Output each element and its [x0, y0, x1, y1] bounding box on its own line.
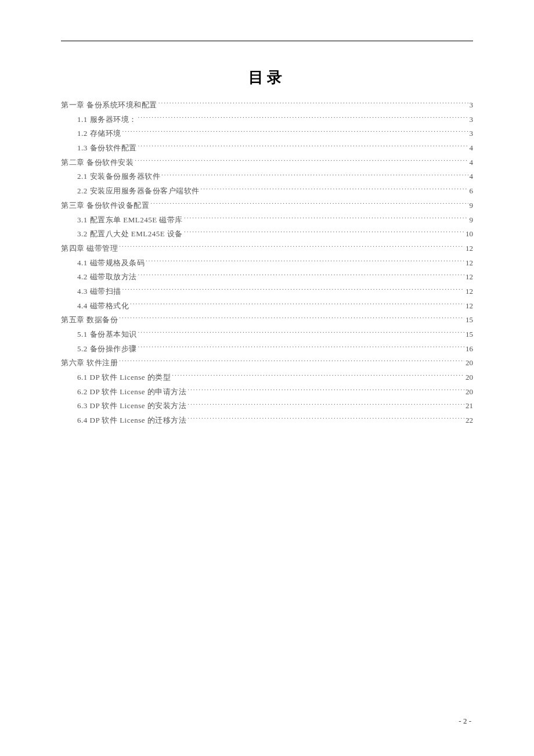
toc-leader-dots [146, 258, 464, 265]
toc-entry-label: 6.2 DP 软件 License 的申请方法 [77, 385, 186, 399]
toc-entry-page: 12 [466, 256, 473, 271]
toc-entry[interactable]: 6.4 DP 软件 License 的迁移方法22 [61, 413, 473, 428]
toc-entry-label: 第一章 备份系统环境和配置 [61, 98, 157, 113]
toc-entry-page: 10 [466, 227, 473, 242]
toc-entry[interactable]: 6.2 DP 软件 License 的申请方法20 [61, 385, 473, 399]
page-number: - 2 - [459, 717, 471, 726]
toc-entry-label: 4.4 磁带格式化 [77, 299, 129, 314]
toc-entry-page: 4 [470, 141, 474, 156]
toc-entry-page: 4 [470, 156, 474, 170]
document-page: 目录 第一章 备份系统环境和配置31.1 服务器环境：31.2 存储环境31.3… [0, 0, 534, 756]
toc-leader-dots [135, 157, 468, 165]
toc-entry[interactable]: 3.1 配置东单 EML245E 磁带库9 [61, 213, 473, 228]
toc-entry-page: 12 [466, 270, 473, 285]
toc-entry[interactable]: 5.2 备份操作步骤16 [61, 342, 473, 357]
toc-entry[interactable]: 第五章 数据备份15 [61, 313, 473, 327]
toc-leader-dots [138, 329, 465, 337]
toc-entry-page: 12 [466, 299, 473, 314]
toc-entry[interactable]: 第三章 备份软件设备配置9 [61, 199, 473, 213]
toc-entry-page: 3 [470, 98, 474, 113]
toc-leader-dots [122, 286, 465, 294]
toc-leader-dots [119, 243, 464, 251]
toc-entry-page: 12 [466, 242, 473, 256]
toc-entry-page: 9 [470, 199, 474, 213]
toc-entry-label: 4.1 磁带规格及条码 [77, 256, 145, 271]
toc-entry-page: 12 [466, 285, 473, 299]
toc-entry[interactable]: 6.1 DP 软件 License 的类型20 [61, 370, 473, 385]
toc-entry-label: 2.2 安装应用服务器备份客户端软件 [77, 184, 200, 199]
toc-leader-dots [187, 387, 464, 394]
toc-leader-dots [158, 100, 468, 107]
toc-entry[interactable]: 5.1 备份基本知识15 [61, 327, 473, 342]
toc-entry[interactable]: 4.3 磁带扫描12 [61, 285, 473, 299]
toc-entry-label: 6.1 DP 软件 License 的类型 [77, 370, 171, 385]
toc-entry[interactable]: 4.1 磁带规格及条码12 [61, 256, 473, 271]
toc-entry[interactable]: 2.2 安装应用服务器备份客户端软件6 [61, 184, 473, 199]
toc-entry[interactable]: 1.3 备份软件配置4 [61, 141, 473, 156]
toc-leader-dots [122, 128, 468, 136]
toc-entry[interactable]: 第四章 磁带管理12 [61, 242, 473, 256]
toc-entry-page: 15 [466, 327, 473, 342]
toc-entry[interactable]: 6.3 DP 软件 License 的安装方法21 [61, 399, 473, 413]
toc-entry-page: 6 [470, 184, 474, 199]
toc-entry-page: 15 [466, 313, 473, 327]
toc-leader-dots [138, 272, 465, 279]
toc-leader-dots [150, 200, 468, 208]
toc-entry[interactable]: 4.2 磁带取放方法12 [61, 270, 473, 285]
toc-entry-page: 22 [466, 413, 473, 428]
toc-leader-dots [138, 344, 465, 351]
toc-entry-label: 3.2 配置八大处 EML245E 设备 [77, 227, 183, 242]
top-rule [61, 41, 473, 41]
toc-entry-label: 1.3 备份软件配置 [77, 141, 137, 156]
toc-leader-dots [172, 372, 464, 380]
toc-entry[interactable]: 3.2 配置八大处 EML245E 设备10 [61, 227, 473, 242]
toc-entry[interactable]: 1.2 存储环境3 [61, 127, 473, 141]
toc-entry-label: 1.2 存储环境 [77, 127, 121, 141]
toc-entry-label: 2.1 安装备份服务器软件 [77, 170, 160, 184]
toc-entry-page: 20 [466, 370, 473, 385]
toc-leader-dots [201, 186, 468, 193]
toc-entry-page: 20 [466, 356, 473, 370]
toc-leader-dots [187, 415, 464, 423]
toc-entry[interactable]: 2.1 安装备份服务器软件4 [61, 170, 473, 184]
toc-entry-page: 3 [470, 127, 474, 141]
toc-entry-label: 5.1 备份基本知识 [77, 327, 137, 342]
toc-entry-page: 3 [470, 113, 474, 127]
toc-entry-label: 4.3 磁带扫描 [77, 285, 121, 299]
toc-leader-dots [130, 301, 464, 308]
toc-entry-label: 4.2 磁带取放方法 [77, 270, 137, 285]
toc-leader-dots [187, 401, 464, 408]
table-of-contents: 第一章 备份系统环境和配置31.1 服务器环境：31.2 存储环境31.3 备份… [61, 98, 473, 428]
toc-leader-dots [119, 315, 464, 322]
toc-entry-label: 第四章 磁带管理 [61, 242, 118, 256]
toc-entry-page: 9 [470, 213, 474, 228]
toc-entry-label: 第六章 软件注册 [61, 356, 118, 370]
toc-leader-dots [138, 143, 468, 150]
toc-entry-page: 4 [470, 170, 474, 184]
toc-entry-page: 16 [466, 342, 473, 357]
toc-leader-dots [161, 171, 468, 179]
toc-heading: 目录 [61, 67, 473, 88]
toc-leader-dots [138, 114, 468, 122]
toc-entry-label: 1.1 服务器环境： [77, 113, 137, 127]
toc-leader-dots [119, 358, 464, 365]
toc-entry-label: 3.1 配置东单 EML245E 磁带库 [77, 213, 183, 228]
toc-entry-label: 6.4 DP 软件 License 的迁移方法 [77, 413, 186, 428]
toc-leader-dots [184, 215, 468, 222]
toc-entry[interactable]: 第二章 备份软件安装4 [61, 156, 473, 170]
toc-entry[interactable]: 第一章 备份系统环境和配置3 [61, 98, 473, 113]
toc-entry-page: 21 [466, 399, 473, 413]
toc-entry-label: 第三章 备份软件设备配置 [61, 199, 149, 213]
toc-entry[interactable]: 4.4 磁带格式化12 [61, 299, 473, 314]
toc-entry-page: 20 [466, 385, 473, 399]
toc-entry-label: 第二章 备份软件安装 [61, 156, 134, 170]
toc-entry-label: 第五章 数据备份 [61, 313, 118, 327]
toc-entry[interactable]: 第六章 软件注册20 [61, 356, 473, 370]
toc-entry-label: 5.2 备份操作步骤 [77, 342, 137, 357]
toc-leader-dots [184, 229, 464, 236]
toc-entry-label: 6.3 DP 软件 License 的安装方法 [77, 399, 186, 413]
toc-entry[interactable]: 1.1 服务器环境：3 [61, 113, 473, 127]
